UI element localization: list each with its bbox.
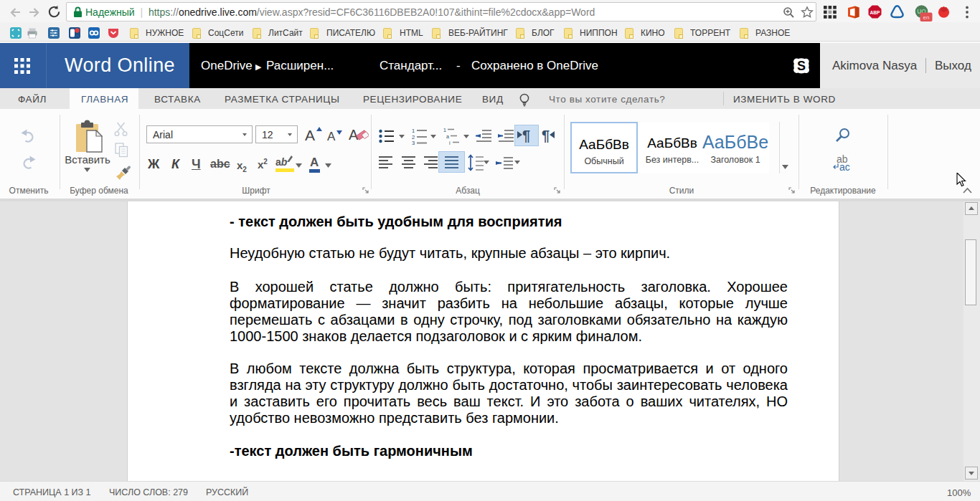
- svg-text:en: en: [923, 14, 930, 21]
- svg-text:S: S: [797, 59, 806, 73]
- svg-text:3: 3: [412, 140, 415, 145]
- svg-text:ABP: ABP: [870, 10, 880, 15]
- svg-text:a: a: [446, 134, 449, 139]
- svg-text:1: 1: [443, 128, 446, 133]
- svg-text:i: i: [449, 140, 451, 145]
